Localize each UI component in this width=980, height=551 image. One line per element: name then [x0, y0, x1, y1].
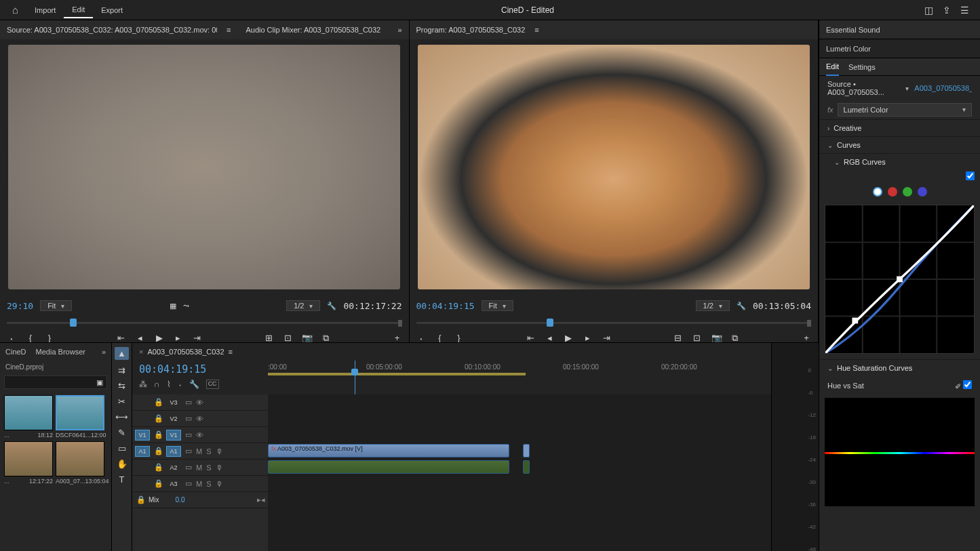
window-title: CineD - Edited — [131, 5, 924, 15]
audio-clip-2[interactable] — [523, 460, 530, 474]
eyedropper-icon[interactable]: ✐ — [955, 382, 961, 390]
project-search[interactable]: ▣ — [4, 375, 107, 389]
hue-sat-editor[interactable] — [825, 398, 975, 506]
rgb-curve-editor[interactable] — [825, 205, 975, 354]
menu-edit[interactable]: Edit — [64, 2, 93, 18]
program-video-view[interactable] — [418, 45, 810, 290]
curve-blue[interactable] — [918, 187, 927, 197]
source-zoom-fit[interactable]: Fit▾ — [40, 300, 72, 311]
track-header-V2[interactable]: 🔒V2▭👁 — [132, 411, 268, 427]
track-header-V1[interactable]: V1🔒V1▭👁 — [132, 427, 268, 443]
pen-tool-icon[interactable]: ✎ — [118, 428, 125, 438]
effect-dropdown[interactable]: Lumetri Color▾ — [838, 103, 972, 117]
program-res[interactable]: 1/2▾ — [696, 300, 730, 311]
wrench-icon[interactable]: 🔧 — [327, 302, 336, 310]
timeline-content[interactable]: fx A003_07050538_C032.mov [V] — [268, 394, 771, 551]
curves-section[interactable]: ⌄Curves — [819, 136, 980, 153]
menu-export[interactable]: Export — [93, 3, 131, 18]
track-select-icon[interactable]: ⇉ — [118, 365, 125, 375]
timeline-ruler[interactable]: :00:0000:05:00:0000:10:00:0000:15:00:000… — [268, 361, 771, 394]
rgb-curves-section[interactable]: ⌄RGB Curves — [819, 153, 980, 170]
razor-tool-icon[interactable]: ✂ — [118, 396, 125, 407]
safe-margins-icon[interactable]: ▦ — [170, 302, 176, 310]
magnet-icon[interactable]: ∩ — [154, 380, 160, 389]
program-tab[interactable]: Program: A003_07050538_C032 — [416, 23, 526, 37]
expand-icon[interactable]: » — [397, 26, 401, 34]
lumetri-title[interactable]: Lumetri Color — [826, 45, 871, 53]
video-clip-2[interactable] — [523, 444, 530, 457]
program-scrubber[interactable] — [416, 317, 812, 330]
hamburger-icon[interactable]: ☰ — [960, 5, 969, 16]
project-panel: CineD Media Browser » CineD.prproj ▣ ...… — [0, 343, 112, 551]
source-video-view[interactable] — [8, 45, 400, 290]
type-tool-icon[interactable]: T — [119, 474, 125, 485]
source-monitor: Source: A003_07050538_C032: A003_0705053… — [0, 20, 410, 342]
tool-column: ▲ ⇉ ⇆ ✂ ⟷ ✎ ▭ ✋ T — [112, 343, 132, 551]
marker-icon[interactable]: ⬪ — [178, 380, 182, 389]
track-header-A3[interactable]: 🔒A3▭MS🎙 — [132, 476, 268, 492]
output-icon[interactable]: ⤳ — [183, 302, 189, 310]
program-in-timecode[interactable]: 00:04:19:15 — [416, 301, 475, 311]
linked-sel-icon[interactable]: ⌇ — [167, 380, 171, 389]
ripple-edit-icon[interactable]: ⇆ — [118, 381, 125, 391]
program-zoom-fit[interactable]: Fit▾ — [482, 300, 513, 311]
timeline-timecode[interactable]: 00:04:19:15 — [139, 363, 261, 375]
home-icon[interactable]: ⌂ — [4, 1, 26, 19]
selection-tool-icon[interactable]: ▲ — [115, 347, 129, 360]
top-menu-bar: ⌂ Import Edit Export CineD - Edited ◫ ⇪ … — [0, 0, 980, 20]
hue-sat-section[interactable]: ⌄Hue Saturation Curves — [819, 359, 980, 376]
ruler-tick: 00:10:00:00 — [465, 363, 501, 371]
audio-clip[interactable] — [268, 460, 509, 474]
rectangle-tool-icon[interactable]: ▭ — [118, 443, 126, 453]
snap-icon[interactable]: ⁂ — [139, 380, 147, 389]
svg-rect-7 — [852, 318, 858, 324]
workspace-icon[interactable]: ◫ — [924, 5, 933, 16]
essential-sound-panel[interactable]: Essential Sound — [819, 20, 980, 39]
sequence-tab[interactable]: A003_07050538_C032 — [147, 348, 224, 356]
hand-tool-icon[interactable]: ✋ — [117, 459, 128, 469]
cc-icon[interactable]: CC — [206, 380, 219, 389]
timeline-panel: × A003_07050538_C032 ≡ 00:04:19:15 ⁂ ∩ ⌇… — [132, 343, 771, 551]
lumetri-edit-tab[interactable]: Edit — [826, 58, 839, 76]
panel-menu-icon[interactable]: ≡ — [229, 348, 233, 356]
audio-mixer-tab[interactable]: Audio Clip Mixer: A003_07050538_C032 — [246, 23, 380, 37]
curve-green[interactable] — [903, 187, 912, 197]
expand-icon[interactable]: » — [102, 348, 106, 356]
media-browser-tab[interactable]: Media Browser — [36, 348, 85, 356]
share-icon[interactable]: ⇪ — [943, 5, 951, 16]
source-res[interactable]: 1/2▾ — [286, 300, 320, 311]
ruler-tick: 00:05:00:00 — [366, 363, 402, 371]
project-thumbnail[interactable]: ...12:17:22 — [4, 441, 53, 485]
project-filename: CineD.prproj — [0, 361, 111, 373]
camera-icon[interactable]: ▣ — [96, 378, 103, 387]
panel-menu-icon[interactable]: ≡ — [534, 26, 538, 34]
curve-red[interactable] — [888, 187, 897, 197]
source-in-timecode[interactable]: 29:10 — [7, 301, 33, 311]
project-tab[interactable]: CineD — [5, 348, 26, 356]
project-thumbnail[interactable]: DSCF0641...12:00 — [56, 395, 104, 438]
rgb-enable-checkbox[interactable] — [966, 171, 975, 180]
panel-menu-icon[interactable]: ≡ — [227, 26, 231, 34]
track-header-A2[interactable]: 🔒A2▭MS🎙 — [132, 460, 268, 476]
wrench-icon[interactable]: 🔧 — [189, 380, 199, 389]
track-header-V3[interactable]: 🔒V3▭👁 — [132, 394, 268, 411]
video-clip[interactable]: fx A003_07050538_C032.mov [V] — [268, 444, 509, 457]
track-header-A1[interactable]: A1🔒A1▭MS🎙 — [132, 443, 268, 460]
hue-enable-checkbox[interactable] — [963, 380, 972, 389]
project-thumbnail[interactable]: A003_07...13:05:04 — [56, 441, 104, 485]
wrench-icon[interactable]: 🔧 — [737, 302, 746, 310]
source-out-timecode: 00:12:17:22 — [343, 301, 401, 311]
source-tab[interactable]: Source: A003_07050538_C032: A003_0705053… — [7, 23, 217, 37]
slip-tool-icon[interactable]: ⟷ — [115, 412, 128, 422]
project-thumbnail[interactable]: ...18:12 — [4, 395, 53, 438]
program-out-timecode: 00:13:05:04 — [753, 301, 811, 311]
menu-import[interactable]: Import — [26, 3, 64, 18]
source-scrubber[interactable] — [7, 317, 402, 330]
creative-section[interactable]: ›Creative — [819, 119, 980, 136]
curve-white[interactable] — [873, 187, 882, 197]
audio-meters: 0-6-12-18-24-30-36-42-48-54 — [771, 343, 819, 551]
lumetri-settings-tab[interactable]: Settings — [848, 59, 876, 75]
program-monitor: Program: A003_07050538_C032 ≡ 00:04:19:1… — [410, 20, 819, 342]
ruler-tick: 00:15:00:00 — [563, 363, 599, 371]
sequence-link[interactable]: A003_07050538_C0 — [914, 84, 972, 92]
